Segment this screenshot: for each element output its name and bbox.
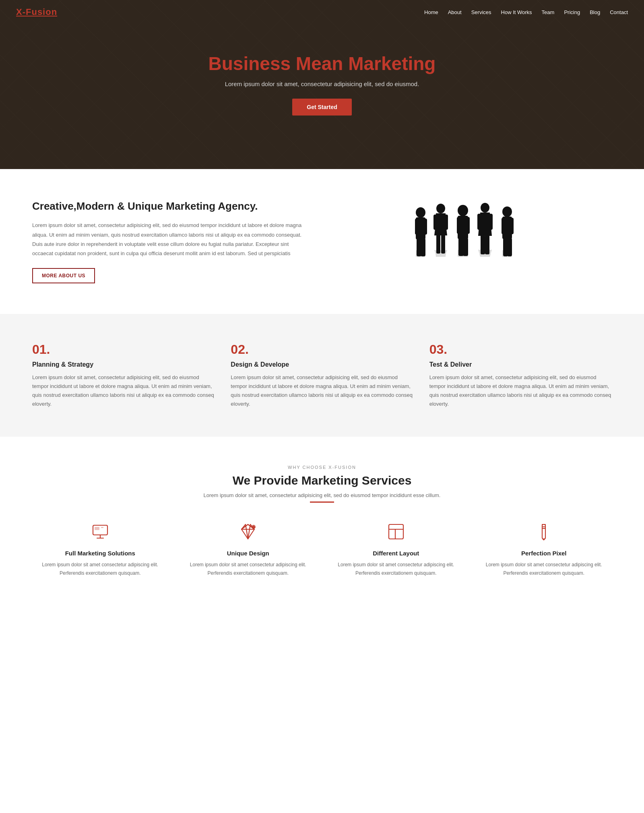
svg-rect-7 xyxy=(433,215,437,230)
hero-subtitle: Lorem ipsum dolor sit amet, consectetur … xyxy=(208,80,436,87)
why-grid: Full Marketing Solutions Lorem ipsum dol… xyxy=(32,523,612,577)
nav-item-team[interactable]: Team xyxy=(542,8,555,16)
monitor-icon xyxy=(32,523,168,544)
why-item-description: Lorem ipsum dolor sit amet consectetur a… xyxy=(476,561,612,577)
about-image xyxy=(334,197,612,286)
why-item-title: Perfection Pixel xyxy=(476,550,612,557)
get-started-button[interactable]: Get Started xyxy=(292,99,351,116)
svg-rect-8 xyxy=(444,215,448,230)
nav-item-how-it-works[interactable]: How It Works xyxy=(501,8,532,16)
nav-item-services[interactable]: Services xyxy=(471,8,491,16)
nav-link[interactable]: Contact xyxy=(610,9,628,15)
why-title: We Provide Marketing Services xyxy=(32,474,612,487)
svg-point-6 xyxy=(436,204,445,213)
how-number: 03. xyxy=(429,342,612,357)
svg-rect-13 xyxy=(457,217,461,234)
nav-link[interactable]: Services xyxy=(471,9,491,15)
how-section: 01. Planning & Strategy Lorem ipsum dolo… xyxy=(0,314,644,437)
nav-item-pricing[interactable]: Pricing xyxy=(564,8,580,16)
svg-rect-29 xyxy=(458,250,468,257)
about-title: Creative,Modern & Unique Marketing Agenc… xyxy=(32,200,310,213)
svg-point-17 xyxy=(481,203,489,213)
svg-rect-14 xyxy=(465,217,470,234)
how-item-description: Lorem ipsum dolor sit amet, consectetur … xyxy=(32,373,215,409)
svg-rect-19 xyxy=(489,214,493,230)
svg-rect-28 xyxy=(416,250,425,257)
layout-icon xyxy=(328,523,464,544)
pencil-icon xyxy=(476,523,612,544)
svg-point-22 xyxy=(502,206,512,217)
svg-text:✦: ✦ xyxy=(252,526,255,529)
about-description: Lorem ipsum dolor sit amet, consectetur … xyxy=(32,221,310,258)
why-subtitle: Lorem ipsum dolor sit amet, consectetur … xyxy=(32,492,612,498)
svg-rect-30 xyxy=(502,250,512,257)
how-item-description: Lorem ipsum dolor sit amet, consectetur … xyxy=(429,373,612,409)
nav-link[interactable]: Blog xyxy=(590,9,600,15)
svg-rect-44 xyxy=(389,524,403,539)
why-item-description: Lorem ipsum dolor sit amet consectetur a… xyxy=(328,561,464,577)
why-item-4: Perfection Pixel Lorem ipsum dolor sit a… xyxy=(476,523,612,577)
nav-item-blog[interactable]: Blog xyxy=(590,8,600,16)
nav-link[interactable]: Pricing xyxy=(564,9,580,15)
svg-point-0 xyxy=(416,207,425,218)
nav-link[interactable]: Team xyxy=(542,9,555,15)
nav-item-home[interactable]: Home xyxy=(424,8,438,16)
navbar: X-Fusion HomeAboutServicesHow It WorksTe… xyxy=(0,0,644,24)
nav-item-about[interactable]: About xyxy=(448,8,462,16)
how-item-3: 03. Test & Deliver Lorem ipsum dolor sit… xyxy=(429,342,612,409)
svg-rect-25 xyxy=(510,218,514,234)
nav-links: HomeAboutServicesHow It WorksTeamPricing… xyxy=(424,8,628,16)
why-item-1: Full Marketing Solutions Lorem ipsum dol… xyxy=(32,523,168,577)
nav-link[interactable]: Home xyxy=(424,9,438,15)
logo[interactable]: X-Fusion xyxy=(16,7,57,17)
how-item-title: Test & Deliver xyxy=(429,361,612,368)
nav-link[interactable]: About xyxy=(448,9,462,15)
why-item-2: ✦ Unique Design Lorem ipsum dolor sit am… xyxy=(180,523,316,577)
how-number: 02. xyxy=(231,342,413,357)
about-section: Creative,Modern & Unique Marketing Agenc… xyxy=(0,169,644,314)
svg-rect-2 xyxy=(415,219,419,235)
why-label: WHY CHOOSE X-FUSION xyxy=(32,465,612,470)
diamond-icon: ✦ xyxy=(180,523,316,544)
svg-rect-3 xyxy=(423,219,427,235)
why-divider xyxy=(310,501,334,503)
why-item-3: Different Layout Lorem ipsum dolor sit a… xyxy=(328,523,464,577)
why-item-title: Different Layout xyxy=(328,550,464,557)
why-item-title: Full Marketing Solutions xyxy=(32,550,168,557)
hero-content: Business Mean Marketing Lorem ipsum dolo… xyxy=(200,54,444,116)
why-item-description: Lorem ipsum dolor sit amet consectetur a… xyxy=(180,561,316,577)
how-item-title: Design & Develope xyxy=(231,361,413,368)
team-silhouette-svg xyxy=(405,197,541,286)
why-item-description: Lorem ipsum dolor sit amet consectetur a… xyxy=(32,561,168,577)
hero-title: Business Mean Marketing xyxy=(208,54,436,74)
nav-link[interactable]: How It Works xyxy=(501,9,532,15)
why-section: WHY CHOOSE X-FUSION We Provide Marketing… xyxy=(0,437,644,605)
hero-section: Business Mean Marketing Lorem ipsum dolo… xyxy=(0,0,644,169)
more-about-button[interactable]: MORE ABOUT US xyxy=(32,268,95,283)
nav-item-contact[interactable]: Contact xyxy=(610,8,628,16)
how-number: 01. xyxy=(32,342,215,357)
svg-point-11 xyxy=(458,205,468,216)
svg-rect-18 xyxy=(477,214,481,230)
about-text: Creative,Modern & Unique Marketing Agenc… xyxy=(32,200,310,283)
why-item-title: Unique Design xyxy=(180,550,316,557)
svg-rect-24 xyxy=(502,218,506,234)
how-grid: 01. Planning & Strategy Lorem ipsum dolo… xyxy=(32,342,612,409)
how-item-2: 02. Design & Develope Lorem ipsum dolor … xyxy=(231,342,413,409)
how-item-description: Lorem ipsum dolor sit amet, consectetur … xyxy=(231,373,413,409)
how-item-1: 01. Planning & Strategy Lorem ipsum dolo… xyxy=(32,342,215,409)
svg-rect-34 xyxy=(95,527,99,530)
svg-rect-35 xyxy=(101,527,103,528)
how-item-title: Planning & Strategy xyxy=(32,361,215,368)
